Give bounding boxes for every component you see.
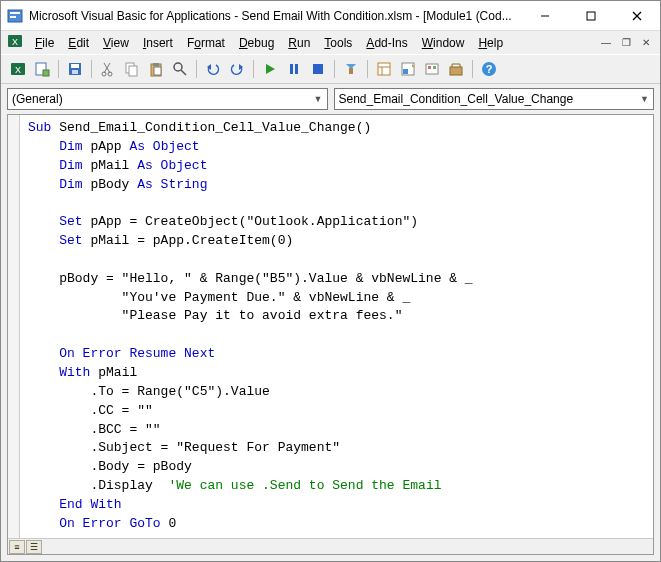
menu-run[interactable]: Run <box>282 34 316 52</box>
mdi-minimize-button[interactable]: — <box>598 36 614 50</box>
properties-button[interactable] <box>397 58 419 80</box>
design-mode-button[interactable] <box>340 58 362 80</box>
svg-marker-29 <box>266 64 275 74</box>
menu-file[interactable]: File <box>29 34 60 52</box>
insert-module-button[interactable] <box>31 58 53 80</box>
svg-rect-12 <box>43 70 49 76</box>
vba-app-icon <box>7 8 23 24</box>
svg-rect-39 <box>403 69 408 74</box>
object-dropdown[interactable]: (General) ▼ <box>7 88 328 110</box>
svg-rect-30 <box>290 64 293 74</box>
svg-rect-24 <box>154 67 161 75</box>
undo-button[interactable] <box>202 58 224 80</box>
menubar: X File Edit View Insert Format Debug Run… <box>1 31 660 54</box>
view-mode-buttons: ≡ ☰ <box>8 538 653 554</box>
menu-edit[interactable]: Edit <box>62 34 95 52</box>
object-browser-button[interactable] <box>421 58 443 80</box>
svg-rect-31 <box>295 64 298 74</box>
code-scroll[interactable]: Sub Send_Email_Condition_Cell_Value_Chan… <box>8 115 653 538</box>
mdi-close-button[interactable]: ✕ <box>638 36 654 50</box>
code-editor[interactable]: Sub Send_Email_Condition_Cell_Value_Chan… <box>20 115 653 538</box>
svg-point-25 <box>174 63 182 71</box>
window-title: Microsoft Visual Basic for Applications … <box>29 9 522 23</box>
menu-window[interactable]: Window <box>416 34 471 52</box>
close-button[interactable] <box>614 1 660 30</box>
menu-tools[interactable]: Tools <box>318 34 358 52</box>
reset-button[interactable] <box>307 58 329 80</box>
find-button[interactable] <box>169 58 191 80</box>
svg-rect-2 <box>10 16 16 18</box>
svg-text:X: X <box>15 65 21 75</box>
toolbox-button[interactable] <box>445 58 467 80</box>
svg-rect-4 <box>587 12 595 20</box>
svg-text:X: X <box>12 37 18 47</box>
svg-text:?: ? <box>486 63 493 75</box>
svg-rect-34 <box>349 68 353 74</box>
svg-rect-21 <box>129 66 137 76</box>
menu-format[interactable]: Format <box>181 34 231 52</box>
copy-button[interactable] <box>121 58 143 80</box>
minimize-button[interactable] <box>522 1 568 30</box>
procedure-dropdown-value: Send_Email_Condition_Cell_Value_Change <box>339 92 641 106</box>
svg-rect-32 <box>313 64 323 74</box>
view-excel-button[interactable]: X <box>7 58 29 80</box>
object-dropdown-value: (General) <box>12 92 314 106</box>
svg-rect-42 <box>428 66 431 69</box>
svg-rect-35 <box>378 63 390 75</box>
window-controls <box>522 1 660 30</box>
svg-rect-41 <box>426 64 438 74</box>
menu-help[interactable]: Help <box>472 34 509 52</box>
break-button[interactable] <box>283 58 305 80</box>
chevron-down-icon: ▼ <box>314 94 323 104</box>
code-window: Sub Send_Email_Condition_Cell_Value_Chan… <box>7 114 654 555</box>
dropdown-row: (General) ▼ Send_Email_Condition_Cell_Va… <box>1 84 660 114</box>
menu-insert[interactable]: Insert <box>137 34 179 52</box>
toolbar: X ? <box>1 54 660 84</box>
project-explorer-button[interactable] <box>373 58 395 80</box>
menu-view[interactable]: View <box>97 34 135 52</box>
svg-rect-1 <box>10 12 20 14</box>
cut-button[interactable] <box>97 58 119 80</box>
svg-rect-15 <box>72 70 78 74</box>
code-gutter <box>8 115 20 538</box>
menu-debug[interactable]: Debug <box>233 34 280 52</box>
chevron-down-icon: ▼ <box>640 94 649 104</box>
excel-small-icon[interactable]: X <box>7 33 23 52</box>
svg-rect-23 <box>153 63 159 66</box>
svg-rect-44 <box>450 67 462 75</box>
redo-button[interactable] <box>226 58 248 80</box>
svg-line-26 <box>181 70 186 75</box>
svg-rect-14 <box>71 64 79 68</box>
procedure-dropdown[interactable]: Send_Email_Condition_Cell_Value_Change ▼ <box>334 88 655 110</box>
titlebar: Microsoft Visual Basic for Applications … <box>1 1 660 31</box>
svg-rect-43 <box>433 66 436 69</box>
save-button[interactable] <box>64 58 86 80</box>
procedure-view-button[interactable]: ≡ <box>9 540 25 554</box>
menu-addins[interactable]: Add-Ins <box>360 34 413 52</box>
run-button[interactable] <box>259 58 281 80</box>
mdi-restore-button[interactable]: ❐ <box>618 36 634 50</box>
full-module-view-button[interactable]: ☰ <box>26 540 42 554</box>
help-button[interactable]: ? <box>478 58 500 80</box>
paste-button[interactable] <box>145 58 167 80</box>
maximize-button[interactable] <box>568 1 614 30</box>
